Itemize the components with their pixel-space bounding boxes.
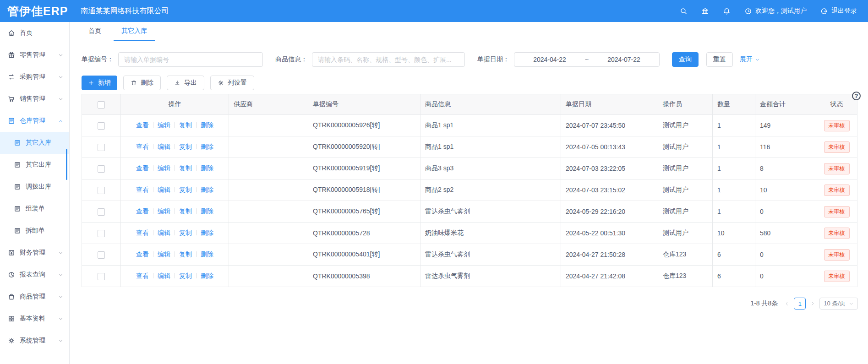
delete-link[interactable]: 删除 bbox=[201, 121, 213, 129]
view-link[interactable]: 查看 bbox=[136, 186, 149, 193]
status-badge: 未审核 bbox=[824, 120, 850, 131]
product-info-input[interactable] bbox=[312, 52, 465, 67]
delete-link[interactable]: 删除 bbox=[201, 186, 213, 193]
select-all-checkbox[interactable] bbox=[98, 101, 105, 109]
edit-link[interactable]: 编辑 bbox=[158, 272, 170, 279]
sidebar-item-purchase[interactable]: 采购管理 bbox=[0, 66, 69, 88]
page-size-select[interactable]: 10 条/页 bbox=[819, 298, 858, 310]
row-actions-cell: 查看编辑复制删除 bbox=[121, 136, 229, 158]
cell-operator: 测试用户 bbox=[658, 201, 713, 223]
edit-link[interactable]: 编辑 bbox=[158, 250, 170, 258]
bag-icon bbox=[8, 293, 15, 300]
prev-page-button[interactable] bbox=[784, 301, 790, 306]
delete-link[interactable]: 删除 bbox=[201, 143, 213, 150]
sidebar-item-products[interactable]: 商品管理 bbox=[0, 286, 69, 308]
copy-link[interactable]: 复制 bbox=[179, 186, 192, 193]
row-checkbox[interactable] bbox=[98, 122, 105, 130]
delete-link[interactable]: 删除 bbox=[201, 164, 213, 172]
sidebar-item-home[interactable]: 首页 bbox=[0, 22, 69, 44]
edit-link[interactable]: 编辑 bbox=[158, 186, 170, 193]
logout-button[interactable]: 退出登录 bbox=[820, 7, 857, 15]
cell-qty: 1 bbox=[713, 136, 755, 158]
copy-link[interactable]: 复制 bbox=[179, 229, 192, 236]
view-link[interactable]: 查看 bbox=[136, 250, 149, 258]
copy-link[interactable]: 复制 bbox=[179, 250, 192, 258]
cell-bill-no: QTRK00000005765[转] bbox=[308, 201, 420, 223]
copy-link[interactable]: 复制 bbox=[179, 143, 192, 150]
edit-link[interactable]: 编辑 bbox=[158, 164, 170, 172]
next-page-button[interactable] bbox=[810, 301, 815, 306]
delete-link[interactable]: 删除 bbox=[201, 272, 213, 279]
column-header-actions: 操作 bbox=[121, 94, 229, 115]
sidebar-item-finance[interactable]: 财务管理 bbox=[0, 242, 69, 264]
view-link[interactable]: 查看 bbox=[136, 164, 149, 172]
sidebar-item-other-outbound[interactable]: 其它出库 bbox=[0, 154, 69, 176]
sidebar-scrollbar-thumb[interactable] bbox=[66, 149, 67, 180]
sidebar-item-system[interactable]: 系统管理 bbox=[0, 330, 69, 352]
view-link[interactable]: 查看 bbox=[136, 272, 149, 279]
delete-link[interactable]: 删除 bbox=[201, 250, 213, 258]
cell-qty: 6 bbox=[713, 244, 755, 266]
copy-link[interactable]: 复制 bbox=[179, 121, 192, 129]
export-button[interactable]: 导出 bbox=[167, 76, 204, 90]
sidebar-item-disassembly[interactable]: 拆卸单 bbox=[0, 220, 69, 242]
edit-link[interactable]: 编辑 bbox=[158, 229, 170, 236]
expand-filters-link[interactable]: 展开 bbox=[740, 55, 760, 64]
edit-link[interactable]: 编辑 bbox=[158, 121, 170, 129]
date-range-input[interactable]: 2024-04-22 ~ 2024-07-22 bbox=[514, 52, 660, 67]
row-checkbox[interactable] bbox=[98, 187, 105, 194]
bill-date-label: 单据日期： bbox=[477, 55, 509, 64]
copy-link[interactable]: 复制 bbox=[179, 164, 192, 172]
add-button[interactable]: 新增 bbox=[82, 76, 117, 90]
notifications-button[interactable] bbox=[723, 7, 731, 15]
sidebar-item-assembly[interactable]: 组装单 bbox=[0, 198, 69, 220]
page-number-button[interactable]: 1 bbox=[794, 298, 806, 310]
row-checkbox[interactable] bbox=[98, 251, 105, 259]
bill-no-input[interactable] bbox=[118, 52, 263, 67]
chevron-down-icon bbox=[849, 301, 854, 306]
reset-button[interactable]: 重置 bbox=[706, 52, 733, 67]
view-link[interactable]: 查看 bbox=[136, 143, 149, 150]
search-button[interactable] bbox=[680, 7, 688, 15]
view-link[interactable]: 查看 bbox=[136, 229, 149, 236]
sidebar-item-transfer-outbound[interactable]: 调拨出库 bbox=[0, 176, 69, 198]
row-checkbox[interactable] bbox=[98, 230, 105, 237]
row-checkbox[interactable] bbox=[98, 144, 105, 151]
sidebar-item-reports[interactable]: 报表查询 bbox=[0, 264, 69, 286]
row-checkbox[interactable] bbox=[98, 165, 105, 173]
sidebar-item-other-inbound[interactable]: 其它入库 bbox=[0, 132, 69, 154]
organization-button[interactable] bbox=[701, 7, 709, 15]
row-checkbox[interactable] bbox=[98, 208, 105, 216]
row-checkbox[interactable] bbox=[98, 273, 105, 280]
plus-icon bbox=[88, 80, 94, 86]
user-welcome[interactable]: 欢迎您，测试用户 bbox=[744, 7, 807, 15]
gear-icon bbox=[8, 337, 15, 344]
delete-link[interactable]: 删除 bbox=[201, 207, 213, 215]
sidebar-item-warehouse[interactable]: 仓库管理 bbox=[0, 110, 69, 132]
cell-bill-no: QTRK00000005926[转] bbox=[308, 115, 420, 136]
copy-link[interactable]: 复制 bbox=[179, 207, 192, 215]
copy-link[interactable]: 复制 bbox=[179, 272, 192, 279]
tab-home[interactable]: 首页 bbox=[81, 22, 109, 41]
column-settings-button[interactable]: 列设置 bbox=[210, 76, 254, 90]
edit-link[interactable]: 编辑 bbox=[158, 207, 170, 215]
edit-link[interactable]: 编辑 bbox=[158, 143, 170, 150]
logout-text: 退出登录 bbox=[831, 7, 857, 15]
delete-button[interactable]: 删除 bbox=[123, 76, 161, 90]
view-link[interactable]: 查看 bbox=[136, 207, 149, 215]
tab-other-inbound[interactable]: 其它入库 bbox=[114, 22, 155, 41]
table-row: 查看编辑复制删除QTRK00000005401[转]雷达杀虫气雾剂2024-04… bbox=[82, 244, 857, 266]
action-separator bbox=[175, 230, 175, 235]
search-submit-button[interactable]: 查询 bbox=[672, 52, 699, 67]
sidebar-item-basic-data[interactable]: 基本资料 bbox=[0, 308, 69, 330]
sidebar-item-retail[interactable]: 零售管理 bbox=[0, 44, 69, 66]
status-badge: 未审核 bbox=[824, 249, 850, 261]
swap-icon bbox=[8, 73, 15, 81]
help-icon[interactable]: ? bbox=[852, 92, 861, 100]
cell-bill-no: QTRK00000005398 bbox=[308, 266, 420, 287]
view-link[interactable]: 查看 bbox=[136, 121, 149, 129]
cell-status: 未审核 bbox=[816, 201, 857, 223]
delete-link[interactable]: 删除 bbox=[201, 229, 213, 236]
sidebar-item-sales[interactable]: 销售管理 bbox=[0, 88, 69, 110]
cell-status: 未审核 bbox=[816, 179, 857, 201]
